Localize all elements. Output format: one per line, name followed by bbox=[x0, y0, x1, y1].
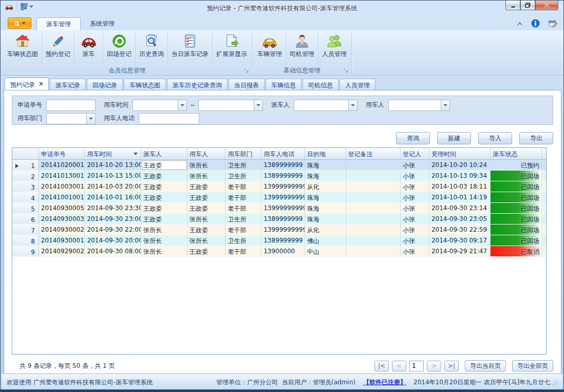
cell-status[interactable]: 已回场 bbox=[491, 203, 542, 214]
header-dept[interactable]: 用车部门 bbox=[225, 148, 261, 159]
cell-dispatcher[interactable]: 王政委 bbox=[141, 171, 187, 181]
tab-close-icon[interactable] bbox=[39, 82, 43, 86]
row-indicator-cell[interactable]: 4 bbox=[12, 192, 39, 203]
minimize-button[interactable] bbox=[505, 1, 520, 10]
cell-registrar[interactable]: 小张 bbox=[401, 214, 429, 225]
cell-registrar[interactable]: 小张 bbox=[401, 203, 429, 214]
page-number-input[interactable] bbox=[409, 361, 424, 371]
cell-use-time[interactable]: 2014-09-30 20:00 bbox=[85, 235, 141, 246]
cell-status[interactable]: 已回场 bbox=[491, 225, 542, 235]
header-dispatcher[interactable]: 派车人 bbox=[141, 148, 187, 159]
cell-phone[interactable]: 13999999999 bbox=[261, 225, 305, 235]
cell-dest[interactable]: 佛山 bbox=[305, 235, 346, 246]
header-order-no[interactable]: 申请单号 bbox=[39, 148, 85, 159]
header-accept-time[interactable]: 受理时间 bbox=[429, 148, 491, 159]
tab-dispatch-records[interactable]: 派车记录 bbox=[50, 79, 86, 90]
dialog-launcher-icon[interactable] bbox=[244, 69, 249, 74]
query-button[interactable]: 查询 bbox=[396, 132, 430, 144]
header-dispatch-status[interactable]: 派车状态 bbox=[491, 148, 542, 159]
about-button[interactable] bbox=[531, 19, 540, 28]
cell-user[interactable]: 王政委 bbox=[187, 246, 226, 257]
cell-dispatcher[interactable]: 王政委 bbox=[141, 203, 187, 214]
dispatch-button[interactable]: 派车 bbox=[74, 31, 103, 66]
cell-order-no[interactable]: 20141003001 bbox=[39, 181, 85, 192]
cell-dest[interactable]: 珠海 bbox=[305, 203, 346, 214]
row-indicator-cell[interactable]: 6 bbox=[12, 214, 39, 225]
cell-use-time[interactable]: 2014-10-13 15:00 bbox=[85, 171, 141, 181]
tab-vehicle-info[interactable]: 车辆信息 bbox=[266, 79, 302, 90]
user-combo[interactable] bbox=[388, 100, 450, 111]
next-page-button[interactable]: > bbox=[427, 361, 441, 371]
cell-order-no[interactable]: 20140930001 bbox=[39, 235, 85, 246]
cell-dept[interactable]: 老干部 bbox=[225, 181, 261, 192]
cell-use-time[interactable]: 2014-10-01 16:00 bbox=[85, 192, 141, 203]
cell-dest[interactable]: 珠海 bbox=[305, 192, 346, 203]
tab-daily-report[interactable]: 当日报表 bbox=[229, 79, 265, 90]
prev-page-button[interactable]: < bbox=[392, 361, 406, 371]
cell-dept[interactable]: 老干部 bbox=[225, 225, 261, 235]
use-time-to-combo[interactable] bbox=[198, 100, 263, 111]
cell-dest[interactable]: 中山 bbox=[305, 246, 346, 257]
cell-remark[interactable] bbox=[346, 181, 401, 192]
cell-phone[interactable]: 1389999999 bbox=[261, 214, 305, 225]
cell-registrar[interactable]: 小张 bbox=[401, 235, 429, 246]
cell-registrar[interactable]: 小张 bbox=[401, 225, 429, 235]
export-current-page-button[interactable]: 导出当前页 bbox=[465, 360, 506, 371]
table-row[interactable]: 3201410030012014-10-03 20:00王政委王政委老干部139… bbox=[12, 181, 546, 192]
cell-accept-time[interactable]: 2014-09-30 23:14 bbox=[429, 203, 491, 214]
cell-remark[interactable] bbox=[346, 214, 401, 225]
extend-screen-button[interactable]: 扩展屏显示 bbox=[213, 31, 251, 66]
registration-status-link[interactable]: 【软件已注册】 bbox=[363, 378, 406, 387]
table-row[interactable]: 5201409300052014-09-30 23:30王政委王政委老干部139… bbox=[12, 203, 546, 214]
history-query-button[interactable]: 历史查询 bbox=[136, 31, 168, 66]
tab-reservation-records[interactable]: 预约记录 bbox=[5, 78, 49, 90]
cell-use-time[interactable]: 2014-10-03 20:00 bbox=[85, 181, 141, 192]
cell-dispatcher[interactable]: 王政委 bbox=[141, 214, 187, 225]
close-button[interactable] bbox=[535, 1, 558, 10]
vehicle-management-button[interactable]: 车辆管理 bbox=[254, 31, 286, 66]
cell-dispatcher[interactable]: 王政委 bbox=[141, 192, 187, 203]
cell-registrar[interactable]: 小张 bbox=[401, 171, 429, 181]
cell-accept-time[interactable]: 2014-09-29 21:47 bbox=[429, 246, 491, 257]
cell-status[interactable]: 已取消 bbox=[491, 246, 542, 257]
cell-remark[interactable] bbox=[346, 192, 401, 203]
cell-accept-time[interactable]: 2014-10-03 18:11 bbox=[429, 181, 491, 192]
application-menu-button[interactable] bbox=[8, 17, 31, 29]
vehicle-status-map-button[interactable]: 车辆状态图 bbox=[4, 31, 42, 66]
cell-accept-time[interactable]: 2014-10-20 10:24 bbox=[429, 160, 491, 171]
cell-remark[interactable] bbox=[346, 160, 401, 171]
cell-dept[interactable]: 老干部 bbox=[225, 203, 261, 214]
cell-registrar[interactable]: 小张 bbox=[401, 192, 429, 203]
tab-vehicle-status-map[interactable]: 车辆状态图 bbox=[124, 79, 166, 90]
cell-phone[interactable]: 1389999999 bbox=[261, 171, 305, 181]
tab-personnel-management[interactable]: 人员管理 bbox=[340, 79, 375, 90]
cell-dest[interactable]: 从化 bbox=[305, 225, 346, 235]
cell-dest[interactable]: 从化 bbox=[305, 181, 346, 192]
cell-user[interactable]: 张所长 bbox=[187, 160, 226, 171]
return-register-button[interactable]: 回场登记 bbox=[103, 31, 136, 66]
cell-remark[interactable] bbox=[346, 235, 401, 246]
table-row[interactable]: 7201409300022014-09-30 22:00张所长王政委老干部139… bbox=[12, 225, 546, 235]
use-time-from-combo[interactable] bbox=[133, 100, 187, 111]
dispatcher-combo[interactable] bbox=[294, 100, 358, 111]
cell-user[interactable]: 王政委 bbox=[187, 181, 226, 192]
cell-order-no[interactable]: 20140930002 bbox=[39, 225, 85, 235]
create-button[interactable]: 新建 bbox=[437, 132, 471, 144]
style-selector-button[interactable] bbox=[548, 20, 557, 28]
table-row[interactable]: 2201410130012014-10-13 15:00王政委张所长卫生所138… bbox=[12, 171, 546, 181]
cell-status[interactable]: 已回场 bbox=[491, 235, 542, 246]
cell-remark[interactable] bbox=[346, 246, 401, 257]
cell-dept[interactable]: 卫生所 bbox=[225, 214, 261, 225]
cell-order-no[interactable]: 20141013001 bbox=[39, 171, 85, 181]
cell-phone[interactable]: 13999999999 bbox=[261, 203, 305, 214]
export-button[interactable]: 导出 bbox=[519, 132, 553, 144]
resize-grip[interactable] bbox=[551, 380, 557, 386]
row-indicator-cell[interactable]: 8 bbox=[12, 235, 39, 246]
combo-arrow-icon[interactable] bbox=[441, 100, 449, 110]
cell-use-time[interactable]: 2014-09-30 22:00 bbox=[85, 225, 141, 235]
header-user[interactable]: 用车人 bbox=[187, 148, 226, 159]
cell-order-no[interactable]: 20141001001 bbox=[39, 192, 85, 203]
row-indicator-cell[interactable]: 3 bbox=[12, 181, 39, 192]
table-row[interactable]: 8201409300012014-09-30 20:00张所长张所长卫生所138… bbox=[12, 235, 546, 246]
cell-status[interactable]: 已回场 bbox=[491, 181, 542, 192]
